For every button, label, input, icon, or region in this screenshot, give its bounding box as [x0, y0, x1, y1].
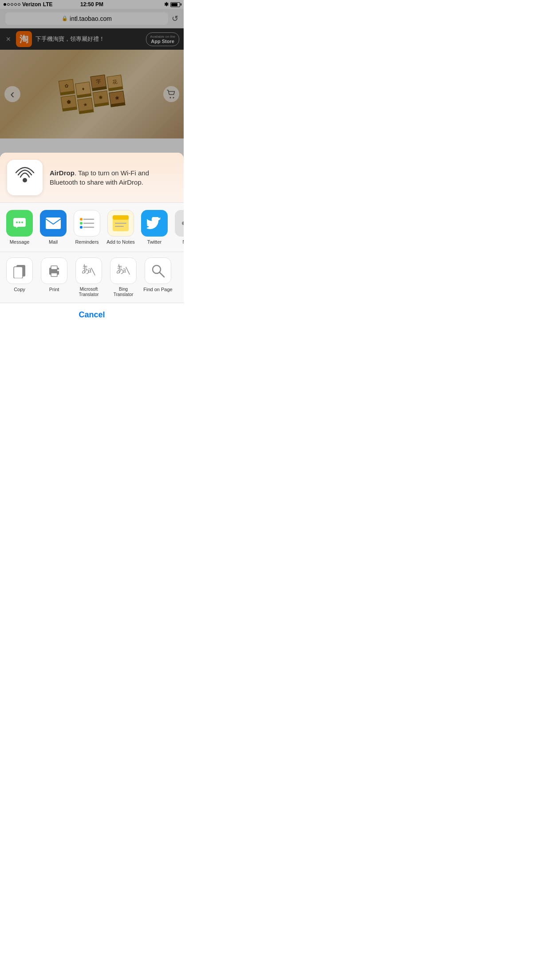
- apps-row: Message Mail: [0, 203, 184, 252]
- find-on-page-icon: [145, 257, 171, 284]
- svg-point-10: [80, 222, 83, 225]
- action-copy[interactable]: Copy: [4, 257, 35, 297]
- share-app-message[interactable]: Message: [4, 210, 35, 245]
- svg-rect-22: [14, 267, 23, 278]
- share-app-more[interactable]: More: [172, 210, 184, 245]
- notes-label: Add to Notes: [106, 239, 135, 245]
- cancel-button[interactable]: Cancel: [0, 303, 184, 327]
- reminders-icon: [74, 210, 100, 237]
- print-icon: [41, 257, 67, 284]
- twitter-icon: [141, 210, 168, 237]
- find-on-page-label: Find on Page: [143, 287, 172, 292]
- svg-point-6: [21, 221, 23, 223]
- airdrop-icon: [14, 165, 36, 191]
- mail-label: Mail: [49, 239, 58, 245]
- message-icon: [6, 210, 33, 237]
- copy-icon: [6, 257, 33, 284]
- mail-icon: [40, 210, 67, 237]
- svg-point-4: [16, 221, 18, 223]
- share-sheet: AirDrop. Tap to turn on Wi-Fi and Blueto…: [0, 153, 184, 327]
- reminders-label: Reminders: [75, 239, 98, 245]
- svg-text:a: a: [122, 265, 126, 274]
- svg-point-5: [19, 221, 20, 223]
- twitter-label: Twitter: [147, 239, 161, 245]
- svg-text:a: a: [88, 265, 91, 274]
- message-label: Message: [10, 239, 30, 245]
- more-icon: [175, 210, 184, 237]
- airdrop-icon-wrapper: [7, 160, 43, 195]
- share-app-mail[interactable]: Mail: [37, 210, 69, 245]
- svg-point-12: [80, 226, 83, 229]
- microsoft-translator-label: MicrosoftTranslator: [79, 287, 99, 297]
- share-main-panel: AirDrop. Tap to turn on Wi-Fi and Blueto…: [0, 153, 184, 303]
- svg-line-32: [160, 273, 164, 277]
- svg-rect-25: [51, 273, 57, 277]
- svg-rect-7: [46, 217, 61, 229]
- svg-point-8: [80, 218, 83, 221]
- microsoft-translator-icon: あ a: [75, 257, 102, 284]
- action-bing-translator[interactable]: あ a BingTranslator: [107, 257, 139, 297]
- svg-point-26: [57, 269, 59, 271]
- svg-point-2: [23, 178, 27, 182]
- action-print[interactable]: Print: [38, 257, 70, 297]
- notes-icon: [107, 210, 134, 237]
- bing-translator-icon: あ a: [110, 257, 137, 284]
- share-app-twitter[interactable]: Twitter: [138, 210, 170, 245]
- action-microsoft-translator[interactable]: あ a MicrosoftTranslator: [73, 257, 105, 297]
- airdrop-title: AirDrop: [50, 169, 75, 177]
- airdrop-description: AirDrop. Tap to turn on Wi-Fi and Blueto…: [50, 168, 177, 187]
- svg-point-18: [182, 221, 184, 225]
- svg-rect-15: [113, 215, 129, 220]
- share-app-add-to-notes[interactable]: Add to Notes: [105, 210, 137, 245]
- action-find-on-page[interactable]: Find on Page: [142, 257, 174, 297]
- actions-container: Copy Print: [4, 257, 180, 297]
- airdrop-section: AirDrop. Tap to turn on Wi-Fi and Blueto…: [0, 153, 184, 203]
- apps-container: Message Mail: [4, 210, 180, 245]
- copy-label: Copy: [14, 287, 25, 292]
- actions-row: Copy Print: [0, 252, 184, 303]
- more-label: More: [182, 239, 184, 245]
- svg-rect-24: [51, 266, 57, 269]
- print-label: Print: [49, 287, 59, 292]
- share-app-reminders[interactable]: Reminders: [71, 210, 103, 245]
- bing-translator-label: BingTranslator: [114, 287, 134, 297]
